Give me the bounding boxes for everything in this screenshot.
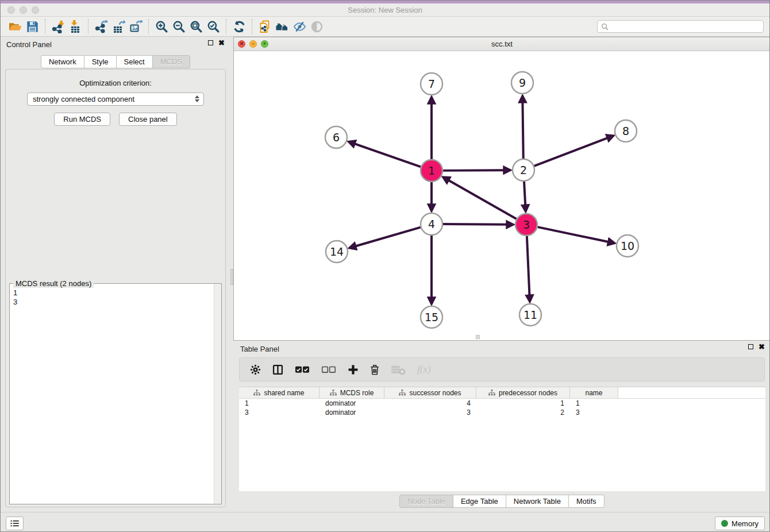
- hide-selected-icon[interactable]: [291, 18, 308, 34]
- status-bar: Memory: [1, 512, 769, 532]
- tab-mcds[interactable]: MCDS: [152, 55, 190, 68]
- float-table-panel-icon[interactable]: [748, 344, 753, 349]
- table-settings-icon[interactable]: [250, 363, 261, 376]
- refresh-layout-icon[interactable]: [230, 18, 248, 34]
- network-window-titlebar[interactable]: ✕ − + scc.txt: [234, 37, 770, 51]
- edge-2-8[interactable]: [534, 138, 608, 166]
- select-all-rows-icon[interactable]: [295, 363, 310, 376]
- column-header-predecessor-nodes[interactable]: predecessor nodes: [476, 387, 570, 398]
- export-image-icon[interactable]: [127, 18, 144, 34]
- export-network-icon[interactable]: [93, 18, 110, 34]
- graph-node-9[interactable]: 9: [511, 72, 533, 94]
- deselect-all-rows-icon[interactable]: [321, 363, 336, 376]
- show-columns-icon[interactable]: [272, 363, 283, 376]
- tab-style[interactable]: Style: [84, 55, 116, 68]
- clone-network-icon[interactable]: [256, 18, 274, 34]
- tab-network[interactable]: Network: [41, 55, 84, 68]
- search-box[interactable]: [597, 20, 764, 33]
- edge-3-10[interactable]: [538, 227, 609, 242]
- import-network-icon[interactable]: [49, 18, 67, 34]
- network-canvas[interactable]: 7968124314101511: [234, 51, 770, 340]
- node-label-9: 9: [519, 76, 526, 89]
- close-panel-icon[interactable]: ✖: [218, 40, 225, 45]
- edge-1-6[interactable]: [355, 144, 421, 167]
- memory-button[interactable]: Memory: [715, 516, 765, 530]
- column-header-successor-nodes[interactable]: successor nodes: [384, 387, 476, 398]
- control-panel-tabs: NetworkStyleSelectMCDS: [1, 55, 230, 68]
- graph-node-2[interactable]: 2: [513, 159, 534, 181]
- edge-1-2[interactable]: [443, 170, 504, 171]
- task-history-button[interactable]: [6, 516, 24, 530]
- table-row-1[interactable]: 1dominator411: [239, 399, 765, 408]
- graph-node-11[interactable]: 11: [519, 304, 541, 326]
- tab-select[interactable]: Select: [116, 55, 152, 68]
- node-label-14: 14: [330, 245, 344, 258]
- tab-network-table[interactable]: Network Table: [506, 495, 568, 508]
- cell-name[interactable]: 1: [570, 399, 618, 408]
- graph-node-10[interactable]: 10: [617, 235, 638, 257]
- edge-4-3[interactable]: [443, 224, 507, 225]
- table-row-2[interactable]: 3dominator323: [239, 408, 765, 417]
- zoom-fit-icon[interactable]: [187, 18, 205, 34]
- graph-node-4[interactable]: 4: [421, 213, 442, 235]
- export-table-icon[interactable]: [110, 18, 127, 34]
- graph-node-14[interactable]: 14: [326, 241, 348, 263]
- app-window: Session: New Session Control Panel ✖ Net…: [0, 0, 770, 532]
- cell-MCDS-role[interactable]: dominator: [319, 399, 384, 408]
- control-panel: Control Panel ✖ NetworkStyleSelectMCDS O…: [1, 37, 230, 512]
- zoom-selected-icon[interactable]: [205, 18, 222, 34]
- mcds-result-scrollbar[interactable]: [214, 284, 221, 504]
- delete-column-icon[interactable]: [370, 363, 379, 376]
- add-column-icon[interactable]: [348, 363, 359, 376]
- run-mcds-button[interactable]: Run MCDS: [54, 113, 110, 126]
- first-neighbors-icon[interactable]: [274, 18, 291, 34]
- graph-node-3[interactable]: 3: [515, 214, 537, 236]
- graph-node-1[interactable]: 1: [421, 160, 442, 182]
- cell-successor-nodes[interactable]: 3: [384, 408, 476, 417]
- graph-node-6[interactable]: 6: [325, 126, 347, 148]
- dropdown-stepper-icon: [195, 95, 199, 102]
- canvas-resize-grip[interactable]: [476, 335, 480, 339]
- column-type-icon: [330, 390, 337, 396]
- cell-predecessor-nodes[interactable]: 2: [476, 408, 570, 417]
- criterion-dropdown[interactable]: strongly connected component: [27, 92, 204, 106]
- graph-node-8[interactable]: 8: [615, 120, 637, 142]
- mcds-result-text[interactable]: 1 3: [10, 286, 214, 504]
- function-builder-icon: f(x): [417, 363, 431, 376]
- node-label-2: 2: [520, 164, 527, 176]
- import-table-icon[interactable]: [67, 18, 84, 34]
- column-label: shared name: [264, 389, 304, 397]
- save-session-icon[interactable]: [24, 18, 41, 34]
- edge-2-9[interactable]: [522, 102, 523, 159]
- tab-node-table[interactable]: Node Table: [399, 495, 453, 508]
- cell-MCDS-role[interactable]: dominator: [319, 408, 384, 417]
- column-header-shared-name[interactable]: shared name: [239, 387, 319, 398]
- mcds-result-box: MCDS result (2 nodes) 1 3: [9, 283, 222, 504]
- graph-node-7[interactable]: 7: [421, 73, 442, 95]
- edge-4-14[interactable]: [356, 228, 421, 246]
- edge-3-1[interactable]: [449, 180, 517, 219]
- cell-shared-name[interactable]: 3: [239, 408, 319, 417]
- cell-shared-name[interactable]: 1: [239, 399, 319, 408]
- float-panel-icon[interactable]: [208, 40, 213, 45]
- tab-edge-table[interactable]: Edge Table: [453, 495, 506, 508]
- zoom-out-icon[interactable]: [170, 18, 187, 34]
- column-header-MCDS-role[interactable]: MCDS role: [319, 387, 384, 398]
- close-panel-button[interactable]: Close panel: [119, 113, 177, 126]
- table-panel: Table Panel ✖ f(x) shared nameMCDS roles…: [233, 341, 770, 512]
- column-header-name[interactable]: name: [570, 387, 618, 398]
- open-file-icon[interactable]: [6, 18, 24, 34]
- cell-successor-nodes[interactable]: 4: [384, 399, 476, 408]
- toolbar-separator: [252, 19, 252, 34]
- edge-3-11[interactable]: [527, 236, 530, 295]
- close-table-panel-icon[interactable]: ✖: [759, 344, 765, 349]
- tab-motifs[interactable]: Motifs: [568, 495, 605, 508]
- cell-predecessor-nodes[interactable]: 1: [476, 399, 570, 408]
- graph-node-15[interactable]: 15: [421, 306, 442, 328]
- cell-name[interactable]: 3: [570, 408, 618, 417]
- zoom-in-icon[interactable]: [153, 18, 170, 34]
- edge-2-3[interactable]: [524, 182, 525, 205]
- column-label: successor nodes: [409, 389, 461, 397]
- search-input[interactable]: [609, 22, 760, 30]
- column-type-icon: [488, 390, 495, 396]
